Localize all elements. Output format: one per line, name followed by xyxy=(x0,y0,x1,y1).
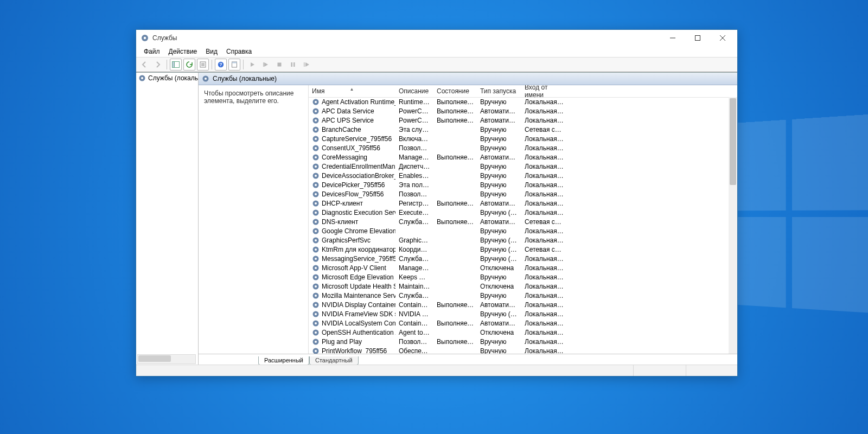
service-row[interactable]: CoreMessagingManages c...ВыполняетсяАвто… xyxy=(309,152,729,162)
vertical-scrollbar[interactable] xyxy=(729,97,737,354)
service-row[interactable]: Google Chrome Elevation S...ВручнуюЛокал… xyxy=(309,226,729,235)
services-grid: ▲Имя Описание Состояние Тип запуска Вход… xyxy=(309,85,737,354)
menu-file[interactable]: Файл xyxy=(139,47,164,56)
cell-name: DHCP-клиент xyxy=(309,200,395,207)
svg-point-38 xyxy=(315,184,317,186)
service-row[interactable]: NVIDIA FrameView SDK serv...NVIDIA Fra..… xyxy=(309,309,729,318)
service-row[interactable]: NVIDIA Display Container LSContainer ...… xyxy=(309,300,729,309)
nav-horizontal-scrollbar[interactable] xyxy=(137,354,196,364)
maximize-button[interactable] xyxy=(685,30,710,46)
service-row[interactable]: BranchCacheЭта служб...ВручнуюСетевая сл… xyxy=(309,125,729,134)
panel-title: Службы (локальные) xyxy=(213,75,277,82)
gear-icon xyxy=(312,264,320,272)
cell-logon: Локальная сис... xyxy=(521,98,567,106)
back-button[interactable] xyxy=(138,59,150,71)
cell-description: Служба D... xyxy=(395,218,433,226)
menubar: Файл Действие Вид Справка xyxy=(136,46,737,58)
menu-action[interactable]: Действие xyxy=(164,47,202,56)
svg-rect-14 xyxy=(304,62,304,67)
pause-service-button[interactable] xyxy=(287,59,299,71)
svg-rect-2 xyxy=(695,36,700,41)
refresh-button[interactable] xyxy=(183,59,195,71)
service-row[interactable]: APC Data ServicePowerChut...ВыполняетсяА… xyxy=(309,106,729,116)
svg-point-48 xyxy=(315,230,317,232)
service-row[interactable]: KtmRm для координатора ...Координи...Вру… xyxy=(309,245,729,254)
cell-logon: Локальная сис... xyxy=(521,117,567,124)
service-row[interactable]: MessagingService_795ff56Служба, о...Вруч… xyxy=(309,254,729,263)
services-app-icon xyxy=(141,34,149,42)
svg-point-32 xyxy=(315,156,317,158)
column-name[interactable]: ▲Имя xyxy=(309,87,395,95)
service-row[interactable]: DevicesFlow_795ff56Позволяет...ВручнуюЛо… xyxy=(309,189,729,199)
minimize-button[interactable] xyxy=(660,30,685,46)
cell-logon: Локальная сис... xyxy=(521,237,567,244)
svg-point-28 xyxy=(315,138,317,140)
service-row[interactable]: CaptureService_795ff56Включает ...Вручну… xyxy=(309,134,729,143)
navigation-tree[interactable]: Службы (локальн xyxy=(136,73,199,365)
gear-icon xyxy=(312,310,320,318)
titlebar[interactable]: Службы xyxy=(136,30,737,46)
column-description[interactable]: Описание xyxy=(395,87,433,95)
gear-icon xyxy=(312,117,320,124)
service-row[interactable]: DHCP-клиентРегистрир...ВыполняетсяАвтома… xyxy=(309,199,729,208)
service-row[interactable]: GraphicsPerfSvcGraphics p...Вручную (ак.… xyxy=(309,235,729,245)
service-row[interactable]: Diagnostic Execution ServiceExecutes di.… xyxy=(309,208,729,217)
export-button[interactable] xyxy=(197,59,209,71)
cell-description: NVIDIA Fra... xyxy=(395,310,433,318)
restart-service-button[interactable] xyxy=(301,59,312,71)
close-button[interactable] xyxy=(710,30,735,46)
column-startup[interactable]: Тип запуска xyxy=(477,87,521,95)
cell-logon: Локальная сис... xyxy=(521,181,567,189)
service-row[interactable]: Agent Activation Runtime_...Runtime fo..… xyxy=(309,97,729,106)
cell-name: Diagnostic Execution Service xyxy=(309,209,395,216)
gear-icon xyxy=(312,329,320,336)
cell-name: Microsoft Edge Elevation Se... xyxy=(309,273,395,281)
service-row[interactable]: ConsentUX_795ff56Позволяет...ВручнуюЛока… xyxy=(309,143,729,152)
stop-service-button[interactable] xyxy=(273,59,285,71)
cell-description: Manages c... xyxy=(395,154,433,161)
cell-description: Keeps Micr... xyxy=(395,273,433,281)
menu-view[interactable]: Вид xyxy=(201,47,222,56)
cell-name: CoreMessaging xyxy=(309,154,395,161)
cell-startup: Автоматиче... xyxy=(477,154,521,161)
cell-description: PowerChut... xyxy=(395,107,433,115)
service-row[interactable]: APC UPS ServicePowerChut...ВыполняетсяАв… xyxy=(309,116,729,125)
service-row[interactable]: PrintWorkflow_795ff56Обеспечи...ВручнуюЛ… xyxy=(309,346,729,354)
gear-icon xyxy=(312,320,320,327)
nav-services-local[interactable]: Службы (локальн xyxy=(137,74,197,82)
service-row[interactable]: NVIDIA LocalSystem Contai...Container ..… xyxy=(309,318,729,328)
svg-point-74 xyxy=(315,350,317,352)
forward-button[interactable] xyxy=(152,59,164,71)
gear-icon xyxy=(312,126,320,133)
svg-point-46 xyxy=(315,221,317,223)
cell-startup: Вручную xyxy=(477,144,521,152)
svg-point-44 xyxy=(315,212,317,214)
services-grid-wrap: ▲Имя Описание Состояние Тип запуска Вход… xyxy=(309,85,737,354)
service-row[interactable]: Microsoft Update Health Se...Maintains .… xyxy=(309,282,729,291)
stop-prep-button[interactable] xyxy=(260,59,272,71)
start-service-button[interactable] xyxy=(246,59,258,71)
service-row[interactable]: Mozilla Maintenance ServiceСлужба п...Вр… xyxy=(309,291,729,300)
cell-description: Позволяет... xyxy=(395,190,433,198)
properties-button[interactable] xyxy=(228,59,240,71)
cell-logon: Сетевая служба xyxy=(521,218,567,226)
menu-help[interactable]: Справка xyxy=(222,47,256,56)
service-row[interactable]: CredentialEnrollmentMana...Диспетчер...В… xyxy=(309,162,729,171)
tab-standard[interactable]: Стандартный xyxy=(309,356,359,365)
service-row[interactable]: DNS-клиентСлужба D...ВыполняетсяАвтомати… xyxy=(309,217,729,226)
svg-rect-11 xyxy=(278,63,282,67)
column-status[interactable]: Состояние xyxy=(433,87,477,95)
svg-point-72 xyxy=(315,341,317,343)
cell-logon: Локальная сис... xyxy=(521,301,567,309)
service-row[interactable]: Plug and PlayПозволяет...ВыполняетсяВруч… xyxy=(309,337,729,346)
cell-status: Выполняется xyxy=(433,218,477,226)
show-hide-tree-button[interactable] xyxy=(170,59,182,71)
service-row[interactable]: Microsoft Edge Elevation Se...Keeps Micr… xyxy=(309,272,729,282)
gear-icon xyxy=(312,246,320,253)
service-row[interactable]: DevicePicker_795ff56Эта польз...ВручнуюЛ… xyxy=(309,180,729,189)
service-row[interactable]: DeviceAssociationBroker_79...Enables ap.… xyxy=(309,171,729,180)
service-row[interactable]: Microsoft App-V ClientManages A...Отключ… xyxy=(309,263,729,272)
help-button[interactable]: ? xyxy=(215,59,227,71)
service-row[interactable]: OpenSSH Authentication A...Agent to h...… xyxy=(309,328,729,337)
tab-extended[interactable]: Расширенный xyxy=(258,356,309,365)
